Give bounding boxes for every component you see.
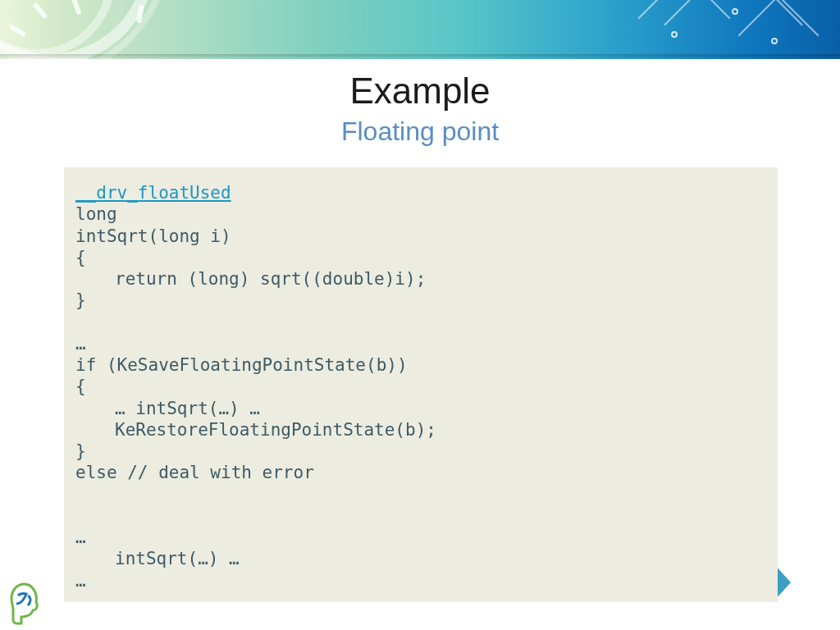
code-line: … bbox=[75, 527, 86, 547]
slide-title: Example bbox=[0, 71, 840, 112]
code-line: { bbox=[75, 248, 86, 267]
code-line: { bbox=[75, 377, 86, 396]
slide-banner bbox=[0, 0, 840, 59]
code-line: intSqrt(long i) bbox=[75, 226, 231, 246]
code-line: … bbox=[75, 571, 86, 591]
code-line: } bbox=[75, 441, 86, 461]
code-line: if (KeSaveFloatingPointState(b)) bbox=[75, 355, 408, 375]
sal-annotation: __drv_floatUsed bbox=[75, 183, 231, 203]
code-line: … bbox=[75, 334, 86, 354]
code-line: intSqrt(…) … bbox=[115, 549, 240, 568]
slide-subtitle: Floating point bbox=[0, 116, 840, 147]
code-line: return (long) sqrt((double)i); bbox=[115, 269, 426, 289]
code-line: else // deal with error bbox=[75, 463, 314, 482]
code-line: long bbox=[75, 204, 117, 224]
code-line: } bbox=[75, 290, 86, 310]
code-line: KeRestoreFloatingPointState(b); bbox=[115, 420, 436, 440]
code-example: __drv_floatUsed long intSqrt(long i) { r… bbox=[64, 167, 778, 602]
slide-content: Example Floating point Design Develop Te… bbox=[0, 59, 840, 630]
head-logo-icon bbox=[5, 579, 46, 625]
code-line: … intSqrt(…) … bbox=[115, 399, 260, 418]
